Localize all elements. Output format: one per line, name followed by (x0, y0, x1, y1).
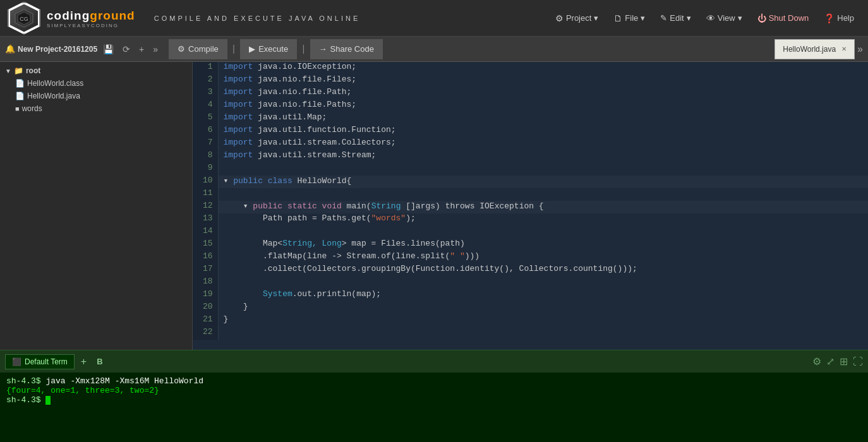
refresh-btn[interactable]: ⟳ (119, 42, 133, 56)
file-label: File (625, 13, 638, 23)
add-terminal-btn[interactable]: + (77, 356, 90, 367)
line-code-6[interactable]: import java.util.function.Function; (218, 125, 868, 138)
line-num-2: 2 (193, 75, 218, 87)
code-line-18: 18 (193, 277, 868, 289)
line-code-9[interactable] (218, 163, 868, 176)
add-btn[interactable]: + (136, 42, 147, 56)
line-code-12[interactable]: ▾ public static void main(String []args)… (218, 201, 868, 213)
line-code-19[interactable]: System.out.println(map); (218, 289, 868, 302)
code-line-22: 22 (193, 327, 868, 340)
line-num-13: 13 (193, 213, 218, 226)
line-num-11: 11 (193, 188, 218, 201)
term-tab-label: Default Term (25, 357, 68, 366)
project-menu-btn[interactable]: ⚙ Project ▾ (549, 10, 605, 27)
default-term-tab[interactable]: ⬛ Default Term (5, 354, 75, 369)
code-line-11: 11 (193, 188, 868, 201)
line-code-7[interactable]: import java.util.stream.Collectors; (218, 138, 868, 150)
logo-icon: CG (8, 2, 40, 35)
view-menu-btn[interactable]: 👁 View ▾ (700, 10, 749, 27)
line-num-14: 14 (193, 226, 218, 239)
sep1: | (227, 44, 240, 54)
code-scroll-area[interactable]: 1 import java.io.IOException; 2 import j… (193, 62, 868, 350)
terminal-tabs: ⬛ Default Term + B ⚙ ⤢ ⊞ ⛶ (0, 350, 868, 373)
code-line-21: 21 } (193, 314, 868, 327)
line-code-17[interactable]: .collect(Collectors.groupingBy(Function.… (218, 264, 868, 277)
brand-sub: SIMPLYEASYCODING (47, 23, 135, 28)
terminal-body[interactable]: sh-4.3$ java -Xmx128M -Xms16M HelloWorld… (0, 373, 868, 442)
settings-icon[interactable]: ⚙ (812, 355, 821, 367)
line-code-4[interactable]: import java.nio.file.Paths; (218, 100, 868, 112)
tree-item-helloworld-java[interactable]: 📄 HelloWorld.java (0, 90, 192, 102)
edit-arrow: ▾ (687, 13, 691, 23)
shutdown-btn[interactable]: ⏻ Shut Down (751, 10, 816, 27)
line-code-16[interactable]: .flatMap(line -> Stream.of(line.split(" … (218, 251, 868, 264)
shutdown-label: Shut Down (769, 13, 809, 23)
code-line-1: 1 import java.io.IOException; (193, 62, 868, 75)
top-right-nav: ⚙ Project ▾ 🗋 File ▾ ✎ Edit ▾ 👁 View ▾ ⏻… (549, 10, 860, 27)
bold-btn[interactable]: B (93, 357, 106, 366)
line-code-8[interactable]: import java.util.stream.Stream; (218, 150, 868, 163)
line-num-9: 9 (193, 163, 218, 176)
edit-menu-btn[interactable]: ✎ Edit ▾ (654, 10, 697, 26)
maximize-icon[interactable]: ⊞ (840, 355, 848, 367)
project-name-label: New Project-20161205 (18, 45, 97, 54)
toolbar-left: 🔔 New Project-20161205 💾 ⟳ + » ⚙ Compile… (5, 39, 767, 59)
save-btn[interactable]: 💾 (100, 42, 117, 56)
top-navbar: CG codingground SIMPLYEASYCODING COMPILE… (0, 0, 868, 37)
file-icon: 🗋 (613, 13, 622, 23)
line-num-5: 5 (193, 112, 218, 125)
line-num-15: 15 (193, 239, 218, 251)
sep2: | (297, 44, 310, 54)
collapse-sidebar-btn[interactable]: » (150, 42, 161, 56)
share-code-btn[interactable]: → Share Code (310, 39, 383, 59)
tree-file-label: HelloWorld.class (27, 79, 83, 88)
line-num-17: 17 (193, 264, 218, 277)
help-btn[interactable]: ❓ Help (817, 10, 860, 27)
file-tree: ▼ 📁 root 📄 HelloWorld.class 📄 HelloWorld… (0, 62, 193, 350)
terminal-line-1: sh-4.3$ java -Xmx128M -Xms16M HelloWorld (6, 376, 862, 386)
helloworld-tab[interactable]: HelloWorld.java ✕ (775, 39, 855, 59)
code-editor: 1 import java.io.IOException; 2 import j… (193, 62, 868, 350)
line-code-10[interactable]: ▾ public class HelloWorld{ (218, 176, 868, 188)
view-label: View (718, 13, 735, 23)
compile-btn[interactable]: ⚙ Compile (169, 39, 227, 59)
line-code-5[interactable]: import java.util.Map; (218, 112, 868, 125)
file-icon: ■ (15, 105, 20, 112)
line-code-2[interactable]: import java.nio.file.Files; (218, 75, 868, 87)
terminal-cmd-1: java -Xmx128M -Xms16M HelloWorld (45, 376, 203, 386)
tree-item-root[interactable]: ▼ 📁 root (0, 64, 192, 77)
line-code-22[interactable] (218, 327, 868, 340)
line-code-13[interactable]: Path path = Paths.get("words"); (218, 213, 868, 226)
execute-btn[interactable]: ▶ Execute (240, 39, 297, 59)
terminal-cursor (45, 396, 51, 405)
code-line-19: 19 System.out.println(map); (193, 289, 868, 302)
line-code-15[interactable]: Map<String, Long> map = Files.lines(path… (218, 239, 868, 251)
edit-label: Edit (670, 13, 684, 23)
help-label: Help (837, 13, 854, 23)
code-line-5: 5 import java.util.Map; (193, 112, 868, 125)
tree-item-helloworld-class[interactable]: 📄 HelloWorld.class (0, 77, 192, 90)
file-menu-btn[interactable]: 🗋 File ▾ (607, 10, 651, 27)
line-num-22: 22 (193, 327, 218, 340)
tree-item-words[interactable]: ■ words (0, 102, 192, 115)
terminal-output-1: {four=4, one=1, three=3, two=2} (6, 386, 159, 395)
editor-collapse-btn[interactable]: » (857, 44, 863, 55)
code-line-4: 4 import java.nio.file.Paths; (193, 100, 868, 112)
line-code-18[interactable] (218, 277, 868, 289)
fullscreen-icon[interactable]: ⛶ (853, 355, 863, 367)
line-code-14[interactable] (218, 226, 868, 239)
line-code-3[interactable]: import java.nio.file.Path; (218, 87, 868, 100)
terminal-right-icons: ⚙ ⤢ ⊞ ⛶ (812, 355, 863, 367)
tab-close-icon[interactable]: ✕ (841, 45, 847, 52)
line-code-20[interactable]: } (218, 302, 868, 314)
code-table: 1 import java.io.IOException; 2 import j… (193, 62, 868, 340)
tab-label: HelloWorld.java (783, 45, 836, 54)
main-area: ▼ 📁 root 📄 HelloWorld.class 📄 HelloWorld… (0, 62, 868, 350)
line-code-11[interactable] (218, 188, 868, 201)
compile-icon: ⚙ (178, 44, 185, 54)
expand-icon[interactable]: ⤢ (826, 355, 835, 367)
line-code-21[interactable]: } (218, 314, 868, 327)
code-line-14: 14 (193, 226, 868, 239)
code-line-15: 15 Map<String, Long> map = Files.lines(p… (193, 239, 868, 251)
line-code-1[interactable]: import java.io.IOException; (218, 62, 868, 75)
